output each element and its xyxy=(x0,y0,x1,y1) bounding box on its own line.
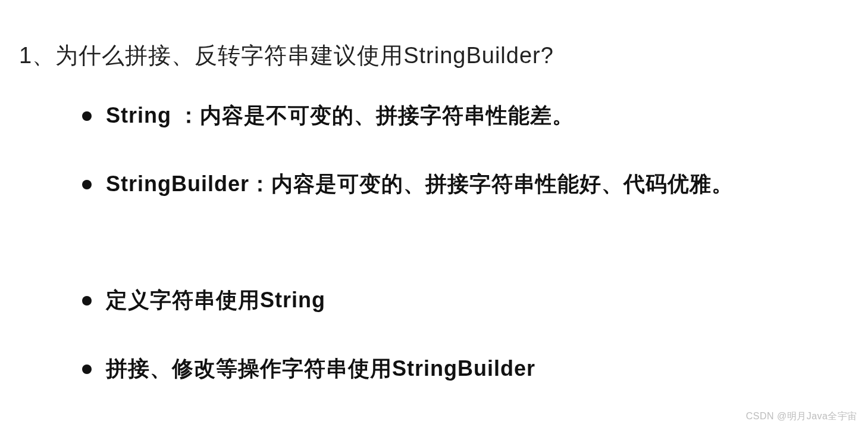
watermark-text: CSDN @明月Java全宇宙 xyxy=(746,410,857,423)
list-item: StringBuilder：内容是可变的、拼接字符串性能好、代码优雅。 xyxy=(82,170,734,199)
list-item-text: 拼接、修改等操作字符串使用StringBuilder xyxy=(106,354,535,384)
list-item: 定义字符串使用String xyxy=(82,286,535,315)
bullet-icon xyxy=(82,111,92,121)
bullet-list-explanation: String ：内容是不可变的、拼接字符串性能差。 StringBuilder：… xyxy=(82,101,734,238)
bullet-list-recommendation: 定义字符串使用String 拼接、修改等操作字符串使用StringBuilder xyxy=(82,286,535,423)
bullet-icon xyxy=(82,180,92,189)
list-item-text: StringBuilder：内容是可变的、拼接字符串性能好、代码优雅。 xyxy=(106,170,734,199)
question-heading: 1、为什么拼接、反转字符串建议使用StringBuilder? xyxy=(19,40,554,71)
list-item: 拼接、修改等操作字符串使用StringBuilder xyxy=(82,354,535,384)
list-item: String ：内容是不可变的、拼接字符串性能差。 xyxy=(82,101,734,130)
bullet-icon xyxy=(82,296,92,306)
bullet-icon xyxy=(82,364,92,374)
list-item-text: String ：内容是不可变的、拼接字符串性能差。 xyxy=(106,101,574,130)
list-item-text: 定义字符串使用String xyxy=(106,286,325,315)
